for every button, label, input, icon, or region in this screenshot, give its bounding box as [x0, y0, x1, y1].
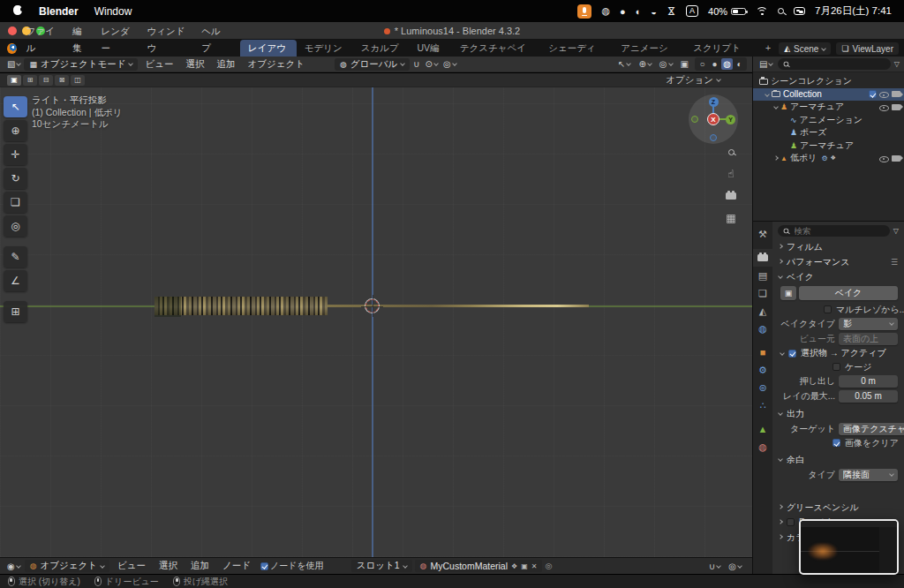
fake-user-shield-icon[interactable]: ❖: [511, 562, 517, 570]
tool-cursor[interactable]: ⊕: [4, 120, 27, 141]
bake-button[interactable]: ベイク: [799, 286, 898, 300]
shading-rendered-button[interactable]: ◐: [734, 58, 745, 70]
select-mode-subtract-button[interactable]: ⊟: [39, 75, 53, 86]
spotlight-icon[interactable]: [778, 8, 784, 14]
tab-particles[interactable]: ∴: [753, 396, 772, 414]
tab-material[interactable]: ◍: [753, 438, 772, 456]
hide-render-icon[interactable]: [892, 155, 900, 162]
pip-preview-window[interactable]: [799, 519, 899, 575]
tool-rotate[interactable]: ↻: [4, 168, 27, 189]
gizmo-z-axis[interactable]: Z: [709, 97, 719, 107]
unlink-material-icon[interactable]: ✕: [531, 562, 538, 570]
menu-file[interactable]: ファイル: [20, 23, 66, 57]
panel-bake[interactable]: ベイク: [772, 269, 904, 284]
tab-object[interactable]: ■: [753, 343, 772, 361]
tool-transform[interactable]: ◎: [4, 215, 27, 237]
target-dropdown[interactable]: 画像テクスチャ: [839, 423, 904, 435]
cage-checkbox-row[interactable]: ケージ: [772, 360, 904, 373]
select-mode-set-button[interactable]: ▣: [7, 75, 21, 86]
bake-icon-button[interactable]: ▣: [780, 286, 796, 300]
filter-icon[interactable]: ▽: [894, 60, 900, 68]
viewport-menu-add[interactable]: 追加: [211, 58, 240, 71]
expand-chevron-icon[interactable]: [773, 104, 779, 109]
viewport-menu-view[interactable]: ビュー: [139, 58, 178, 71]
status-icon-1[interactable]: ◍: [601, 5, 610, 17]
status-icon-3[interactable]: ◐: [636, 6, 642, 17]
selectability-dropdown[interactable]: ↖: [616, 59, 632, 69]
navigation-gizmo[interactable]: Z Y X: [689, 94, 738, 144]
modifier-extra-icon[interactable]: ❖: [831, 155, 836, 162]
tool-scale[interactable]: ❏: [4, 192, 27, 213]
wifi-icon[interactable]: [756, 7, 768, 16]
extrusion-field[interactable]: 0 m: [839, 375, 898, 388]
presets-icon[interactable]: ☰: [891, 258, 898, 267]
hide-viewport-icon[interactable]: [879, 90, 889, 99]
menubar-clock[interactable]: 7月26日(土) 7:41: [815, 4, 892, 18]
ortho-toggle-button[interactable]: ▦: [723, 210, 739, 226]
bluetooth-icon[interactable]: ⋈: [666, 6, 677, 16]
outliner-row-armature-data[interactable]: ♟ アーマチュア: [753, 139, 904, 153]
shading-solid-button[interactable]: ●: [709, 58, 720, 70]
outliner-row-armature[interactable]: ♟ アーマチュア: [753, 101, 904, 114]
slot-selector[interactable]: スロット1: [351, 560, 412, 572]
blender-logo-icon[interactable]: [7, 43, 17, 54]
hide-render-icon[interactable]: [892, 91, 900, 97]
freestyle-checkbox[interactable]: [787, 518, 795, 526]
options-dropdown[interactable]: オプション: [666, 74, 720, 87]
properties-search-input[interactable]: [793, 225, 885, 237]
shader-editor-type-button[interactable]: ◉: [5, 562, 22, 571]
from-multires-checkbox[interactable]: [824, 305, 832, 313]
bake-type-dropdown[interactable]: 影: [839, 318, 898, 330]
shader-snap-toggle[interactable]: ∪: [707, 562, 722, 571]
tab-object-data[interactable]: ▲: [753, 420, 772, 438]
gizmo-y-axis[interactable]: Y: [726, 115, 735, 124]
shading-wireframe-button[interactable]: ○: [697, 58, 708, 70]
shader-menu-view[interactable]: ビュー: [112, 560, 151, 572]
outliner-editor-type-button[interactable]: ▤: [757, 59, 774, 69]
filter-icon[interactable]: ▽: [893, 227, 899, 235]
tool-measure[interactable]: ∠: [4, 270, 27, 291]
tab-physics[interactable]: ⊚: [753, 379, 772, 396]
microphone-indicator-icon[interactable]: [577, 4, 591, 19]
proportional-editing-toggle[interactable]: ◎: [441, 59, 458, 69]
hide-viewport-icon[interactable]: [879, 154, 889, 162]
panel-grease-pencil[interactable]: グリースペンシル: [772, 500, 904, 515]
panel-performance[interactable]: パフォーマンス ☰: [772, 254, 904, 269]
menu-window[interactable]: ウィンドウ: [141, 23, 196, 57]
outliner-row-collection[interactable]: Collection: [753, 88, 904, 102]
select-mode-intersect-button[interactable]: ◫: [71, 75, 85, 86]
use-nodes-checkbox[interactable]: [260, 562, 268, 570]
mesh-object[interactable]: [154, 297, 328, 315]
menu-help[interactable]: ヘルプ: [195, 23, 233, 57]
tab-scripting[interactable]: スクリプト作成: [685, 40, 757, 57]
viewport-menu-select[interactable]: 選択: [180, 58, 209, 71]
app-menu-blender[interactable]: Blender: [39, 5, 79, 18]
shader-menu-select[interactable]: 選択: [154, 560, 183, 572]
selected-to-active-checkbox[interactable]: [788, 350, 796, 358]
max-ray-field[interactable]: 0.05 m: [839, 390, 898, 403]
tab-animation[interactable]: アニメーション: [613, 40, 685, 57]
tab-uv-editing[interactable]: UV編集: [409, 40, 451, 57]
use-nodes-toggle[interactable]: ノードを使用: [259, 560, 326, 572]
editor-type-button[interactable]: ▧: [5, 59, 22, 69]
hide-render-icon[interactable]: [892, 104, 900, 110]
tab-texture-paint[interactable]: テクスチャペイント: [452, 40, 541, 57]
tab-view-layer[interactable]: ❏: [753, 284, 772, 302]
scene-selector[interactable]: ◭ Scene: [779, 42, 831, 55]
tab-scene[interactable]: ◭: [753, 302, 772, 320]
clear-image-checkbox[interactable]: [832, 439, 840, 447]
outliner-row-lowpoly[interactable]: ▲ 低ポリ ⚙ ❖: [753, 152, 904, 165]
shader-menu-add[interactable]: 追加: [185, 560, 215, 572]
gizmo-neg-z-axis[interactable]: [710, 134, 717, 141]
outliner-search-field[interactable]: [778, 58, 890, 70]
panel-selected-to-active[interactable]: 選択物 → アクティブ: [772, 346, 904, 360]
tab-modifiers[interactable]: ⚙: [753, 361, 772, 379]
shading-material-button[interactable]: ◍: [721, 58, 733, 70]
tool-annotate[interactable]: ✎: [4, 246, 27, 268]
menu-render[interactable]: レンダー: [95, 23, 141, 57]
overlays-dropdown[interactable]: ◎: [658, 59, 674, 69]
expand-chevron-icon[interactable]: [765, 92, 770, 97]
select-mode-extend-button[interactable]: ⊞: [23, 75, 37, 86]
from-multires-checkbox-row[interactable]: マルチレゾから...: [772, 303, 904, 316]
gizmo-x-axis[interactable]: X: [707, 113, 719, 125]
